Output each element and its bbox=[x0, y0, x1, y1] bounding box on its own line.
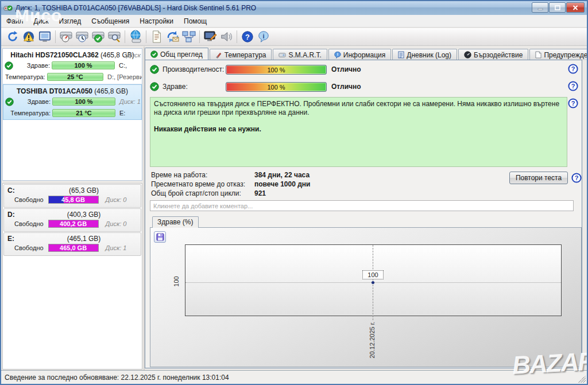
check-icon bbox=[150, 82, 159, 91]
temperature-extra: E: bbox=[119, 110, 125, 116]
disk-performance-icon[interactable] bbox=[58, 29, 74, 44]
help-icon[interactable]: ? bbox=[568, 81, 578, 91]
error-report-icon[interactable] bbox=[21, 29, 37, 44]
partition-c[interactable]: C:(65,3 GB) Свободно45,8 GBДиск: 0 bbox=[3, 184, 141, 208]
thermometer-icon bbox=[215, 52, 222, 59]
chart-tab-health[interactable]: Здраве (%) bbox=[152, 216, 199, 228]
temperature-label: Температура: bbox=[5, 73, 45, 80]
page-icon bbox=[535, 51, 541, 59]
report-icon[interactable] bbox=[149, 29, 165, 44]
stat-label: Време на работа: bbox=[151, 171, 254, 179]
disk-name: Hitachi HDS721050CLA362 bbox=[10, 51, 98, 59]
desktop-settings-icon[interactable] bbox=[202, 29, 218, 44]
partition-d[interactable]: D:(400,3 GB) Свободно400,2 GBДиск: 0 bbox=[3, 208, 141, 232]
health-row: Здраве: 100 % Отлично bbox=[150, 81, 361, 92]
disk-temperature-icon[interactable] bbox=[74, 29, 90, 44]
health-bar: 100 % bbox=[226, 82, 327, 92]
performance-bar: 100 % bbox=[226, 65, 327, 75]
refresh-icon[interactable] bbox=[5, 29, 21, 44]
tab-overview[interactable]: Общ преглед bbox=[145, 48, 208, 60]
help-icon[interactable]: ? bbox=[571, 173, 582, 183]
health-ok-icon bbox=[5, 98, 14, 106]
temperature-label: Температура: bbox=[6, 110, 51, 116]
check-icon bbox=[150, 65, 159, 74]
main-panel: Общ преглед Температура S.M.A.R.T. iИнфо… bbox=[145, 46, 583, 371]
about-icon[interactable]: i bbox=[256, 29, 272, 44]
health-ok-icon bbox=[5, 61, 13, 70]
tab-label: Бързодействие bbox=[474, 51, 523, 59]
svg-text:i: i bbox=[337, 52, 338, 56]
minimize-button[interactable] bbox=[532, 2, 548, 13]
network-icon[interactable] bbox=[181, 29, 197, 44]
help-icon[interactable]: ? bbox=[568, 98, 578, 108]
status-action-message: Никакви действия не са нужни. bbox=[154, 125, 563, 134]
health-extra: Диск: 1 bbox=[119, 98, 141, 105]
partition-list: C:(65,3 GB) Свободно45,8 GBДиск: 0 D:(40… bbox=[2, 183, 142, 370]
disk-analyze-icon[interactable] bbox=[106, 29, 122, 44]
tab-temperature[interactable]: Температура bbox=[210, 49, 272, 60]
tab-performance[interactable]: Бързодействие bbox=[458, 49, 528, 60]
partition-disk: Диск: 0 bbox=[106, 196, 127, 203]
temperature-value-bar: 25 °C bbox=[47, 73, 103, 81]
stat-value: 921 bbox=[254, 189, 266, 197]
tab-label: Предупреждения bbox=[544, 51, 588, 59]
sound-icon[interactable] bbox=[218, 29, 234, 44]
sync-mail-icon[interactable] bbox=[165, 29, 181, 44]
title-bar: Диск: 1, TOSHIBA DT01ACA050 [76VABADLS] … bbox=[1, 1, 587, 15]
retest-button[interactable]: Повтори теста bbox=[509, 172, 568, 184]
data-point bbox=[372, 281, 374, 284]
floppy-save-icon bbox=[156, 233, 164, 241]
performance-status: Отлично bbox=[331, 65, 361, 73]
comment-input[interactable] bbox=[150, 200, 574, 211]
stat-estimated-lifetime: Пресметнато време до отказ:повече 1000 д… bbox=[151, 180, 310, 188]
close-button[interactable] bbox=[566, 2, 585, 13]
tab-smart[interactable]: S.M.A.R.T. bbox=[273, 49, 327, 60]
disk-corner-label: Диск bbox=[126, 52, 141, 59]
svg-text:?: ? bbox=[245, 33, 250, 41]
menu-help[interactable]: Помощ bbox=[179, 15, 212, 27]
tab-warnings[interactable]: Предупреждения bbox=[529, 49, 588, 60]
partition-disk: Диск: 1 bbox=[106, 244, 127, 251]
status-message-box: Състоянието на твърдия диск е ПЕРФЕКТНО.… bbox=[150, 97, 567, 167]
health-chart-panel: 100 100 20.12.2025 г. bbox=[150, 227, 582, 367]
stat-start-stop-cycles: Общ брой старт/стоп цикли:921 bbox=[151, 189, 266, 197]
health-extra: C:, bbox=[119, 62, 127, 69]
x-axis-date-label: 20.12.2025 г. bbox=[369, 314, 376, 366]
svg-text:i: i bbox=[262, 33, 264, 40]
svg-text:?: ? bbox=[571, 65, 575, 72]
preview-icon[interactable] bbox=[37, 29, 53, 44]
gauge-icon bbox=[464, 51, 471, 59]
free-space-bar: 465,0 GB bbox=[48, 244, 99, 252]
health-status: Отлично bbox=[331, 83, 361, 91]
network-disks-icon[interactable] bbox=[127, 29, 144, 44]
free-space-bar: 400,2 GB bbox=[48, 220, 99, 228]
partition-size: (465,1 GB) bbox=[30, 235, 137, 243]
health-label: Здраве: bbox=[163, 83, 225, 91]
free-label: Свободно bbox=[14, 220, 44, 227]
status-message: Състоянието на твърдия диск е ПЕРФЕКТНО.… bbox=[154, 100, 563, 117]
tab-log[interactable]: Дневник (Log) bbox=[392, 49, 457, 60]
partition-size: (400,3 GB) bbox=[30, 211, 137, 219]
disk-size: (465,8 GB) bbox=[94, 87, 128, 95]
last-update-status: Сведение за последно обновяване: 22.12.2… bbox=[5, 374, 229, 382]
disk-health-icon[interactable] bbox=[90, 29, 106, 44]
tab-label: Информация bbox=[343, 51, 385, 59]
disk-entry-hitachi[interactable]: Hitachi HDS721050CLA362 (465,8 GB) Диск … bbox=[3, 49, 142, 84]
save-chart-button[interactable] bbox=[154, 231, 166, 243]
partition-e[interactable]: E:(465,1 GB) Свободно465,0 GBДиск: 1 bbox=[3, 232, 141, 256]
maximize-button[interactable] bbox=[549, 2, 566, 13]
stat-label: Общ брой старт/стоп цикли: bbox=[151, 189, 254, 197]
disk-entry-toshiba[interactable]: TOSHIBA DT01ACA050 (465,8 GB) Здраве: 10… bbox=[3, 84, 142, 120]
disk-name: TOSHIBA DT01ACA050 bbox=[17, 87, 92, 95]
tab-information[interactable]: iИнформация bbox=[328, 49, 391, 60]
help-icon[interactable]: ? bbox=[239, 29, 256, 44]
resize-grip[interactable] bbox=[578, 375, 586, 383]
data-point-label: 100 bbox=[362, 270, 384, 279]
disk-sidebar: Hitachi HDS721050CLA362 (465,8 GB) Диск … bbox=[1, 46, 144, 371]
menu-settings[interactable]: Настройки bbox=[134, 15, 179, 27]
tab-label: Температура bbox=[225, 51, 266, 59]
help-icon[interactable]: ? bbox=[568, 64, 578, 74]
health-chart-plot: 100 bbox=[185, 244, 562, 316]
partition-size: (65,3 GB) bbox=[30, 186, 137, 195]
menu-messages[interactable]: Съобщения bbox=[86, 15, 134, 27]
